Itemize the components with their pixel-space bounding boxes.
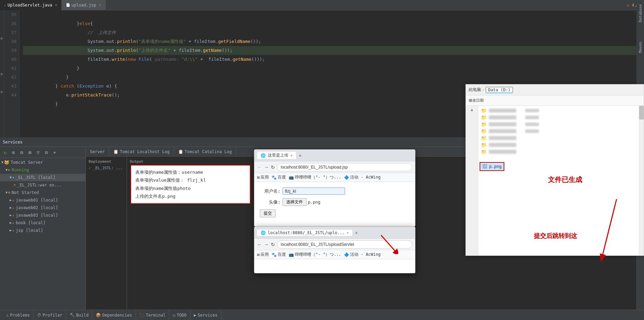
line-num-41: 41 [4,64,16,73]
vtab-maven[interactable]: Maven [638,39,643,56]
fe-blurred-name-7 [489,150,516,154]
fold-arrow-1[interactable] [1,37,3,40]
fe-png-file[interactable]: 🖼 p.png [480,162,504,171]
tree-javaweb03[interactable]: ▶ ☕ javaweb03 [local] [0,212,85,219]
layout-btn[interactable]: ⊟ [43,149,50,156]
fe-crumb-pc[interactable]: 此电脑 [469,87,481,93]
filter-btn[interactable]: ▽ [34,149,42,156]
fold-arrow-2[interactable] [1,73,3,76]
tree-label-war: _EL_JSTL:war ex... [17,181,62,189]
tree-el-jstl[interactable]: ▼ ◈ _EL_JSTL [local] [0,174,85,181]
code-line-35: }else{ [23,10,641,19]
svc-tab-server[interactable]: Server [86,147,109,157]
status-build[interactable]: 🔨 Build [66,310,92,320]
new-tab-btn-1[interactable]: + [299,153,301,158]
fe-blurred-name-6 [489,143,516,147]
fe-blurred-date-1 [525,109,539,112]
browser-tab-close-1[interactable]: ✕ [290,153,292,157]
fe-toolbar: 修改日期 [466,95,644,106]
fold-arrow-3[interactable] [1,91,3,93]
fe-blurred-item-1: 📁 [480,107,637,114]
status-profiler[interactable]: ⏱ Profiler [34,310,66,320]
tree-running[interactable]: ▼ ▶ Running [0,166,85,174]
tree-javaweb01[interactable]: ▶ ☕ javaweb01 [local] [0,196,85,204]
refresh-btn[interactable]: ↻ [1,149,9,156]
log-icon-1: 📋 [113,147,118,157]
vtab-database[interactable]: Database [638,10,643,25]
tab-upload-jsp[interactable]: 📄 upload.jsp ✕ [62,0,106,10]
add-btn[interactable]: + [51,149,58,156]
bookmark-baidu-1[interactable]: 🐾 百度 [272,174,286,180]
status-problems[interactable]: ⚠ Problems [3,310,34,320]
output-line-1: 表单项的name属性值：username [135,168,246,176]
bookmark-acwing-1[interactable]: 🔷 活动 - AcWing [344,174,381,180]
tab-bar: ☕ UploadServlet.java ✕ 📄 upload.jsp ✕ ⚠ … [0,0,644,10]
bookmark-acwing-2[interactable]: 🔷 活动 - AcWing [344,252,381,258]
deployment-panel: Deployment ✓ _EL_JSTL: ... [86,157,127,320]
status-dependencies[interactable]: 📦 Dependencies [92,310,136,320]
status-services[interactable]: ▶ Services [191,310,221,320]
collapse-btn[interactable]: ≡ [10,149,17,156]
svg-line-3 [603,199,617,254]
java-icon-jsp: ☕ [12,227,14,234]
forward-btn-1[interactable]: → [264,164,269,170]
baidu-icon: 🐾 [272,175,277,180]
status-todo[interactable]: ☑ TODO [169,310,190,320]
group-btn[interactable]: ⊞ [26,149,34,156]
back-btn-2[interactable]: ← [257,242,262,247]
line-num-35: 35 [4,10,16,19]
sidebar-toolbar: ↻ ≡ ⊟ ⊞ ▽ ⊟ + [0,147,85,158]
fe-crumb-data[interactable]: Data (D:) [486,87,513,93]
annotation-jump-text: 提交后跳转到这 [534,232,577,240]
acwing-label-2: 活动 - AcWing [350,252,381,258]
deployment-item[interactable]: ✓ _EL_JSTL: ... [89,166,124,170]
fe-scroll-up[interactable]: ▲ [471,107,473,112]
tree-javaweb02[interactable]: ▶ ☕ javaweb02 [local] [0,204,85,212]
tree-book[interactable]: ▶ ☕ book [local] [0,219,85,227]
bookmark-apps-1[interactable]: ⊞ 应用 [257,174,269,180]
terminal-label: Terminal [146,313,166,318]
arrow-javaweb02: ▶ [10,204,12,212]
browser-tab-active-1[interactable]: 🌐 这里是上传 ✕ [257,152,296,159]
fe-blurred-name-1 [489,108,516,113]
bookmark-baidu-2[interactable]: 🐾 百度 [272,252,286,258]
line-num-38: 38 [4,37,16,46]
username-label: 用户名: [260,188,280,194]
line-numbers: 35 36 37 38 39 40 41 42 43 44 [4,10,20,137]
fe-folder-icon-4: 📁 [481,128,487,134]
address-bar-1[interactable] [277,163,412,171]
tab-close-btn-2[interactable]: ✕ [99,3,101,7]
expand-btn[interactable]: ⊟ [18,149,25,156]
status-terminal[interactable]: ⬛ Terminal [136,310,170,320]
refresh-btn-2[interactable]: ↻ [271,242,275,247]
dependencies-icon: 📦 [96,313,101,318]
bookmark-bilibili-2[interactable]: 📺 哔哩哔哩（°- °）つ... [289,252,341,258]
server-tab-label: Server [90,147,105,157]
back-btn-1[interactable]: ← [257,164,262,170]
file-choose-btn[interactable]: 选择文件 [283,198,307,206]
tree-not-started[interactable]: ▼ ⚙ Not Started [0,189,85,196]
tab-close-btn[interactable]: ✕ [55,3,57,7]
code-line-42: } catch (Exception e) { [23,73,641,82]
browser-tab-close-2[interactable]: ✕ [347,231,349,235]
tree-jsp[interactable]: ▶ ☕ jsp [local] [0,227,85,234]
username-input[interactable] [283,187,345,195]
bookmark-bilibili-1[interactable]: 📺 哔哩哔哩（°- °）つ... [289,174,341,180]
forward-btn-2[interactable]: → [264,242,269,247]
svc-tab-catalina-log[interactable]: 📋 Tomcat Catalina Log [174,147,236,157]
services-title: Services [3,140,23,145]
file-name-display: p.png [308,200,320,205]
tree-tomcat-server[interactable]: ▼ 🐱 Tomcat Server [0,159,85,166]
refresh-btn-1[interactable]: ↻ [271,164,275,170]
browser-tab-active-2[interactable]: 🌐 localhost:8080/_EL_JSTL/uplo... ✕ [257,230,352,236]
tab-upload-servlet[interactable]: ☕ UploadServlet.java ✕ [0,0,62,10]
tree-label-jstl: _EL_JSTL [local] [16,174,56,181]
new-tab-btn-2[interactable]: + [355,230,358,236]
bookmark-apps-2[interactable]: ⊞ 应用 [257,252,269,258]
svc-tab-localhost-log[interactable]: 📋 Tomcat Localhost Log [109,147,174,157]
tree-el-jstl-war[interactable]: ⊕ _EL_JSTL:war ex... [0,181,85,189]
fe-scroll-thumb[interactable] [639,106,644,119]
fe-blurred-item-7: 📁 [480,148,637,155]
fe-scrollbar[interactable] [639,106,644,255]
submit-btn[interactable]: 提交 [260,209,276,217]
